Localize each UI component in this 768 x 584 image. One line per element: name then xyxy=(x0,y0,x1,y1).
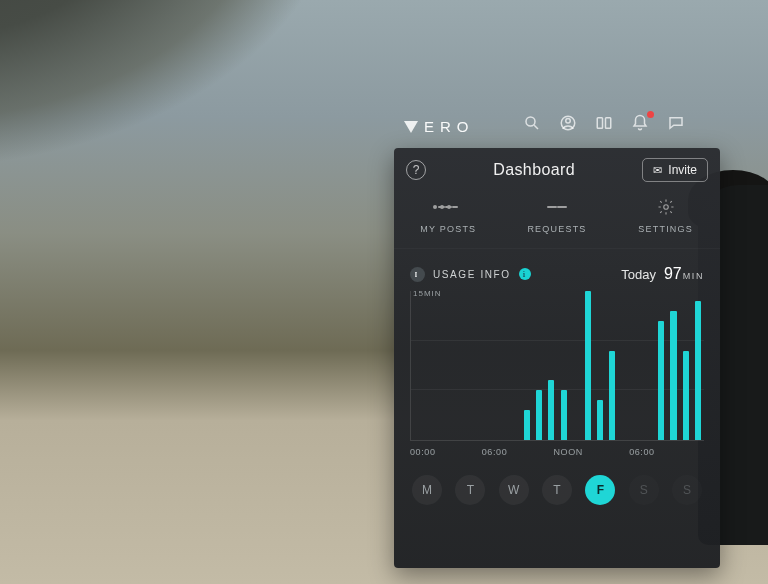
top-nav-icons xyxy=(522,113,686,133)
day-tue[interactable]: T xyxy=(455,475,485,505)
day-mon[interactable]: M xyxy=(412,475,442,505)
dashboard-panel: ? Dashboard ✉ Invite MY POSTS REQUESTS S… xyxy=(394,148,720,568)
chart-bar xyxy=(670,311,676,440)
search-icon[interactable] xyxy=(522,113,542,133)
chart-bar xyxy=(536,390,542,440)
svg-point-0 xyxy=(526,117,535,126)
x-axis: 00:00 06:00 NOON 06:00 . xyxy=(410,447,704,457)
chart-bar xyxy=(683,351,689,440)
invite-label: Invite xyxy=(668,163,697,177)
app-logo: ERO xyxy=(404,118,475,135)
tab-settings[interactable]: SETTINGS xyxy=(612,198,720,234)
chart-bar xyxy=(548,380,554,440)
svg-point-6 xyxy=(663,205,668,210)
usage-info-header: ⫾ USAGE INFO i xyxy=(410,267,531,282)
svg-line-1 xyxy=(534,125,538,129)
today-value: 97 xyxy=(664,265,682,282)
chart-icon: ⫾ xyxy=(410,267,425,282)
usage-info-row: ⫾ USAGE INFO i Today 97MIN xyxy=(394,249,720,283)
chart-bar xyxy=(658,321,664,440)
day-fri[interactable]: F xyxy=(585,475,615,505)
today-unit: MIN xyxy=(683,271,704,281)
tab-label: REQUESTS xyxy=(527,224,586,234)
x-tick: NOON xyxy=(554,447,583,457)
chart-bar xyxy=(597,400,603,440)
profile-icon[interactable] xyxy=(558,113,578,133)
notification-badge-icon xyxy=(647,111,654,118)
list-icon xyxy=(438,198,458,216)
svg-rect-5 xyxy=(606,118,611,129)
chart-bars xyxy=(411,291,704,440)
collections-icon[interactable] xyxy=(594,113,614,133)
dashboard-tabs: MY POSTS REQUESTS SETTINGS xyxy=(394,190,720,249)
tab-requests[interactable]: REQUESTS xyxy=(503,198,611,234)
svg-point-3 xyxy=(566,119,571,124)
day-thu[interactable]: T xyxy=(542,475,572,505)
svg-rect-4 xyxy=(597,118,602,129)
day-sat[interactable]: S xyxy=(629,475,659,505)
notifications-icon[interactable] xyxy=(630,113,650,133)
tab-label: MY POSTS xyxy=(420,224,476,234)
x-tick: 06:00 xyxy=(629,447,655,457)
day-wed[interactable]: W xyxy=(499,475,529,505)
tab-label: SETTINGS xyxy=(638,224,693,234)
day-picker: MTWTFSS xyxy=(394,461,720,505)
chart-bar xyxy=(561,390,567,440)
x-tick: 00:00 xyxy=(410,447,436,457)
usage-today: Today 97MIN xyxy=(621,265,704,283)
logo-text: ERO xyxy=(424,118,475,135)
tab-my-posts[interactable]: MY POSTS xyxy=(395,198,503,234)
day-sun[interactable]: S xyxy=(672,475,702,505)
usage-chart: 15MIN 00:00 06:00 NOON 06:00 . xyxy=(394,283,720,461)
chart-bar xyxy=(609,351,615,440)
chart-bar xyxy=(695,301,701,440)
invite-button[interactable]: ✉ Invite xyxy=(642,158,708,182)
panel-header: ? Dashboard ✉ Invite xyxy=(394,148,720,190)
logo-mark-icon xyxy=(404,121,418,133)
help-icon[interactable]: ? xyxy=(406,160,426,180)
gear-icon xyxy=(656,198,676,216)
panel-title: Dashboard xyxy=(493,161,575,179)
info-icon[interactable]: i xyxy=(519,268,531,280)
chart-bar xyxy=(585,291,591,440)
chart-bar xyxy=(524,410,530,440)
today-label: Today xyxy=(621,267,656,282)
usage-info-label: USAGE INFO xyxy=(433,269,511,280)
x-tick: 06:00 xyxy=(482,447,508,457)
sliders-icon xyxy=(547,198,567,216)
envelope-icon: ✉ xyxy=(653,164,662,177)
chat-icon[interactable] xyxy=(666,113,686,133)
